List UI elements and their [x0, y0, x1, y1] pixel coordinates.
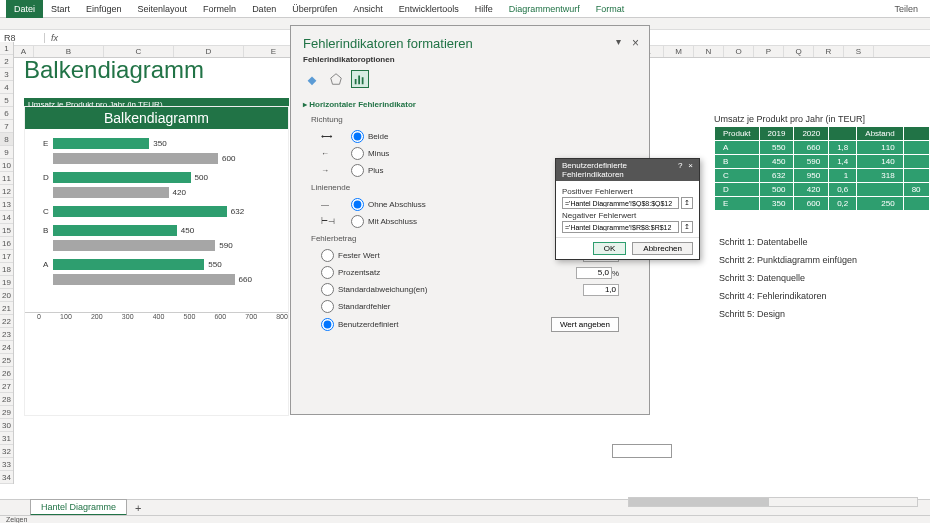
svg-rect-2: [358, 76, 360, 85]
tab-data[interactable]: Daten: [244, 0, 284, 18]
row-21[interactable]: 21: [0, 302, 13, 315]
sheet-tab-active[interactable]: Hantel Diagramme: [30, 499, 127, 516]
positive-label: Positiver Fehlerwert: [562, 187, 693, 196]
bar-chart[interactable]: Balkendiagramm E350600D500420C632B450590…: [24, 106, 289, 416]
row-20[interactable]: 20: [0, 289, 13, 302]
positive-value-input[interactable]: [562, 197, 679, 209]
input-percent[interactable]: [576, 267, 612, 279]
svg-marker-0: [331, 74, 342, 85]
tab-formulas[interactable]: Formeln: [195, 0, 244, 18]
selection-box: [612, 444, 672, 458]
row-27[interactable]: 27: [0, 380, 13, 393]
page-title: Balkendiagramm: [24, 56, 284, 84]
steps-list: Schritt 1: Datentabelle Schritt 2: Punkt…: [719, 237, 857, 327]
sheet-tab-bar: Hantel Diagramme +: [0, 499, 930, 515]
row-32[interactable]: 32: [0, 445, 13, 458]
tab-file[interactable]: Datei: [6, 0, 43, 18]
row-16[interactable]: 16: [0, 237, 13, 250]
share-button[interactable]: Teilen: [888, 4, 924, 14]
ribbon: Datei Start Einfügen Seitenlayout Formel…: [0, 0, 930, 18]
row-2[interactable]: 2: [0, 55, 13, 68]
fx-label: fx: [45, 33, 64, 43]
errorbar-options-icon[interactable]: [351, 70, 369, 88]
row-17[interactable]: 17: [0, 250, 13, 263]
close-icon[interactable]: ×: [632, 36, 639, 50]
radio-percent[interactable]: Prozentsatz%: [291, 264, 649, 281]
status-bar: Zeigen: [0, 515, 930, 523]
negative-value-input[interactable]: [562, 221, 679, 233]
tab-format[interactable]: Format: [588, 0, 633, 18]
group-direction: Richtung: [291, 111, 649, 128]
row-19[interactable]: 19: [0, 276, 13, 289]
row-10[interactable]: 10: [0, 159, 13, 172]
dialog-title: Benutzerdefinierte Fehlerindikatoren: [562, 161, 678, 179]
radio-custom[interactable]: BenutzerdefiniertWert angeben: [291, 315, 649, 334]
radio-stderr[interactable]: Standardfehler: [291, 298, 649, 315]
row-3[interactable]: 3: [0, 68, 13, 81]
row-26[interactable]: 26: [0, 367, 13, 380]
step-3: Schritt 3: Datenquelle: [719, 273, 857, 283]
step-4: Schritt 4: Fehlerindikatoren: [719, 291, 857, 301]
row-23[interactable]: 23: [0, 328, 13, 341]
tab-view[interactable]: Ansicht: [345, 0, 391, 18]
new-sheet-icon[interactable]: +: [135, 502, 141, 514]
step-2: Schritt 2: Punktdiagramm einfügen: [719, 255, 857, 265]
row-9[interactable]: 9: [0, 146, 13, 159]
ref-picker-icon[interactable]: ↥: [681, 221, 693, 233]
pane-title: Fehlerindikatoren formatieren: [291, 26, 649, 55]
tab-developer[interactable]: Entwicklertools: [391, 0, 467, 18]
custom-error-bars-dialog: Benutzerdefinierte Fehlerindikatoren ? ×…: [555, 158, 700, 260]
row-8[interactable]: 8: [0, 133, 13, 146]
row-30[interactable]: 30: [0, 419, 13, 432]
row-33[interactable]: 33: [0, 458, 13, 471]
data-table: Umsatz je Produkt pro Jahr (in TEUR] Pro…: [714, 114, 930, 211]
row-28[interactable]: 28: [0, 393, 13, 406]
horizontal-scrollbar[interactable]: [628, 497, 918, 507]
input-stddev[interactable]: [583, 284, 619, 296]
fill-line-icon[interactable]: [303, 70, 321, 88]
row-18[interactable]: 18: [0, 263, 13, 276]
tab-insert[interactable]: Einfügen: [78, 0, 130, 18]
radio-both[interactable]: ⟷Beide: [291, 128, 649, 145]
tab-help[interactable]: Hilfe: [467, 0, 501, 18]
row-4[interactable]: 4: [0, 81, 13, 94]
tab-chartdesign[interactable]: Diagrammentwurf: [501, 0, 588, 18]
step-1: Schritt 1: Datentabelle: [719, 237, 857, 247]
row-34[interactable]: 34: [0, 471, 13, 484]
effects-icon[interactable]: [327, 70, 345, 88]
chart-title: Balkendiagramm: [25, 107, 288, 129]
row-5[interactable]: 5: [0, 94, 13, 107]
row-12[interactable]: 12: [0, 185, 13, 198]
tab-review[interactable]: Überprüfen: [284, 0, 345, 18]
row-11[interactable]: 11: [0, 172, 13, 185]
row-13[interactable]: 13: [0, 198, 13, 211]
row-1[interactable]: 1: [0, 42, 13, 55]
negative-label: Negativer Fehlerwert: [562, 211, 693, 220]
help-icon[interactable]: ?: [678, 161, 682, 179]
svg-rect-1: [355, 79, 357, 84]
ref-picker-icon[interactable]: ↥: [681, 197, 693, 209]
row-29[interactable]: 29: [0, 406, 13, 419]
table-caption: Umsatz je Produkt pro Jahr (in TEUR]: [714, 114, 930, 124]
row-31[interactable]: 31: [0, 432, 13, 445]
row-14[interactable]: 14: [0, 211, 13, 224]
svg-rect-3: [362, 77, 364, 84]
row-24[interactable]: 24: [0, 341, 13, 354]
dialog-close-icon[interactable]: ×: [688, 161, 693, 179]
row-6[interactable]: 6: [0, 107, 13, 120]
tab-start[interactable]: Start: [43, 0, 78, 18]
row-22[interactable]: 22: [0, 315, 13, 328]
radio-stddev[interactable]: Standardabweichung(en): [291, 281, 649, 298]
pane-dropdown-icon[interactable]: ▾: [616, 36, 621, 47]
row-15[interactable]: 15: [0, 224, 13, 237]
row-25[interactable]: 25: [0, 354, 13, 367]
row-7[interactable]: 7: [0, 120, 13, 133]
ok-button[interactable]: OK: [593, 242, 627, 255]
cancel-button[interactable]: Abbrechen: [632, 242, 693, 255]
name-box[interactable]: R8: [0, 33, 45, 43]
tab-pagelayout[interactable]: Seitenlayout: [130, 0, 196, 18]
section-horizontal[interactable]: ▸ Horizontaler Fehlerindikator: [303, 100, 416, 109]
step-5: Schritt 5: Design: [719, 309, 857, 319]
specify-value-button[interactable]: Wert angeben: [551, 317, 619, 332]
pane-subtitle: Fehlerindikatoroptionen: [291, 55, 649, 70]
